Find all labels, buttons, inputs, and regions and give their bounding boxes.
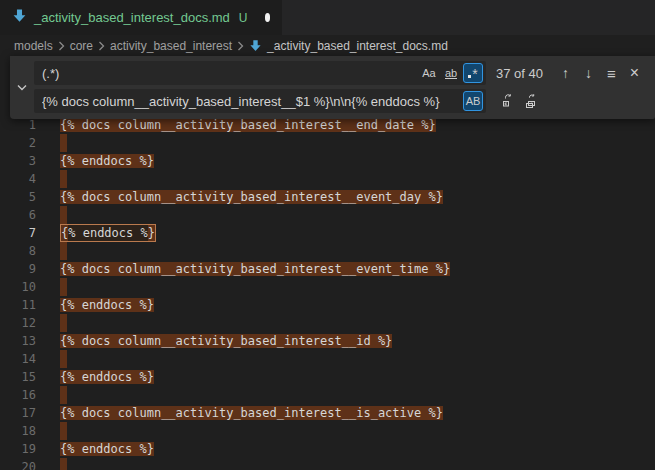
match-count: 37 of 40 xyxy=(496,66,554,81)
chevron-right-icon xyxy=(237,41,244,51)
line-number: 13 xyxy=(0,332,36,350)
editor-line[interactable]: 13{% docs column__activity_based_interes… xyxy=(0,332,655,350)
editor-line[interactable]: 17{% docs column__activity_based_interes… xyxy=(0,404,655,422)
find-replace-widget: (.*) Aa ab * 37 of 40 ↑ ↓ ≡ × {% docs co… xyxy=(10,56,655,119)
regex-dot-icon xyxy=(468,75,471,78)
editor-line[interactable]: 3{% enddocs %} xyxy=(0,152,655,170)
modified-dot-icon[interactable] xyxy=(265,13,270,22)
tab-filename: _activity_based_interest_docs.md xyxy=(34,10,230,25)
breadcrumb-item-core[interactable]: core xyxy=(70,39,93,53)
line-number: 2 xyxy=(0,134,36,152)
line-number: 15 xyxy=(0,368,36,386)
editor-line[interactable]: 11{% enddocs %} xyxy=(0,296,655,314)
editor-line[interactable]: 18 xyxy=(0,422,655,440)
next-match-button[interactable]: ↓ xyxy=(577,62,600,84)
regex-toggle[interactable]: * xyxy=(463,63,483,83)
line-content: {% enddocs %} xyxy=(60,224,156,242)
line-number: 18 xyxy=(0,422,36,440)
line-content: {% docs column__activity_based_interest_… xyxy=(60,260,450,278)
line-content: {% enddocs %} xyxy=(60,296,154,314)
empty-match-highlight xyxy=(60,170,67,188)
chevron-right-icon xyxy=(98,41,105,51)
empty-match-highlight xyxy=(60,206,67,224)
line-content: {% enddocs %} xyxy=(60,440,154,458)
find-match-highlight: {% enddocs %} xyxy=(60,370,154,384)
line-number: 3 xyxy=(0,152,36,170)
line-content xyxy=(60,350,67,368)
line-number: 4 xyxy=(0,170,36,188)
editor-line[interactable]: 6 xyxy=(0,206,655,224)
editor-line[interactable]: 8 xyxy=(0,242,655,260)
empty-match-highlight xyxy=(60,134,67,152)
line-content: {% docs column__activity_based_interest_… xyxy=(60,332,392,350)
replace-all-button[interactable] xyxy=(519,90,542,112)
find-match-highlight: {% docs column__activity_based_interest_… xyxy=(60,406,443,420)
line-number: 5 xyxy=(0,188,36,206)
line-number: 7 xyxy=(0,224,36,242)
close-find-button[interactable]: × xyxy=(623,62,646,84)
match-case-toggle[interactable]: Aa xyxy=(419,63,439,83)
tab-active-file[interactable]: _activity_based_interest_docs.md U xyxy=(0,0,282,35)
line-content xyxy=(60,458,67,470)
tab-bar: _activity_based_interest_docs.md U xyxy=(0,0,655,35)
editor-line[interactable]: 10 xyxy=(0,278,655,296)
line-number: 14 xyxy=(0,350,36,368)
line-content xyxy=(60,386,67,404)
find-match-highlight: {% enddocs %} xyxy=(60,298,154,312)
find-query: (.*) xyxy=(42,66,417,81)
breadcrumb-item-folder[interactable]: activity_based_interest xyxy=(110,39,232,53)
line-number: 16 xyxy=(0,386,36,404)
editor-line[interactable]: 4 xyxy=(0,170,655,188)
find-match-highlight: {% docs column__activity_based_interest_… xyxy=(60,262,450,276)
line-number: 9 xyxy=(0,260,36,278)
empty-match-highlight xyxy=(60,242,67,260)
breadcrumb-item-file[interactable]: _activity_based_interest_docs.md xyxy=(267,39,448,53)
breadcrumb-item-models[interactable]: models xyxy=(14,39,53,53)
line-number: 17 xyxy=(0,404,36,422)
line-content xyxy=(60,242,67,260)
editor-line[interactable]: 14 xyxy=(0,350,655,368)
line-content xyxy=(60,422,67,440)
markdown-file-icon xyxy=(249,39,262,52)
find-match-highlight: {% docs column__activity_based_interest_… xyxy=(60,190,443,204)
replace-button[interactable] xyxy=(496,90,519,112)
previous-match-button[interactable]: ↑ xyxy=(554,62,577,84)
editor-line[interactable]: 12 xyxy=(0,314,655,332)
line-content xyxy=(60,206,67,224)
chevron-right-icon xyxy=(58,41,65,51)
toggle-replace-chevron-icon[interactable] xyxy=(10,61,34,113)
editor-line[interactable]: 7{% enddocs %} xyxy=(0,224,655,242)
find-in-selection-button[interactable]: ≡ xyxy=(600,62,623,84)
find-match-highlight: {% docs column__activity_based_interest_… xyxy=(60,334,392,348)
whole-word-toggle[interactable]: ab xyxy=(441,63,461,83)
line-content: {% docs column__activity_based_interest_… xyxy=(60,404,443,422)
editor-pane[interactable]: (.*) Aa ab * 37 of 40 ↑ ↓ ≡ × {% docs co… xyxy=(0,56,655,470)
line-content xyxy=(60,170,67,188)
find-match-highlight: {% docs column__activity_based_interest_… xyxy=(60,118,436,132)
editor-line[interactable]: 19{% enddocs %} xyxy=(0,440,655,458)
editor-line[interactable]: 16 xyxy=(0,386,655,404)
find-match-highlight: {% enddocs %} xyxy=(60,442,154,456)
editor-lines: 1{% docs column__activity_based_interest… xyxy=(0,116,655,470)
editor-line[interactable]: 15{% enddocs %} xyxy=(0,368,655,386)
line-number: 8 xyxy=(0,242,36,260)
editor-line[interactable]: 9{% docs column__activity_based_interest… xyxy=(0,260,655,278)
empty-match-highlight xyxy=(60,314,67,332)
find-input[interactable]: (.*) Aa ab * xyxy=(34,61,486,85)
editor-line[interactable]: 20 xyxy=(0,458,655,470)
empty-match-highlight xyxy=(60,422,67,440)
preserve-case-toggle[interactable]: AB xyxy=(463,91,483,111)
find-match-highlight: {% enddocs %} xyxy=(60,154,154,168)
git-status-badge: U xyxy=(239,11,248,25)
empty-match-highlight xyxy=(60,458,67,470)
line-content: {% enddocs %} xyxy=(60,152,154,170)
line-number: 20 xyxy=(0,458,36,470)
editor-line[interactable]: 2 xyxy=(0,134,655,152)
current-find-match: {% enddocs %} xyxy=(60,224,156,242)
replace-input[interactable]: {% docs column__activity_based_interest_… xyxy=(34,89,486,113)
replace-value: {% docs column__activity_based_interest_… xyxy=(42,94,461,109)
tab-strip-empty xyxy=(282,0,655,35)
line-content: {% enddocs %} xyxy=(60,368,154,386)
editor-line[interactable]: 5{% docs column__activity_based_interest… xyxy=(0,188,655,206)
line-number: 6 xyxy=(0,206,36,224)
